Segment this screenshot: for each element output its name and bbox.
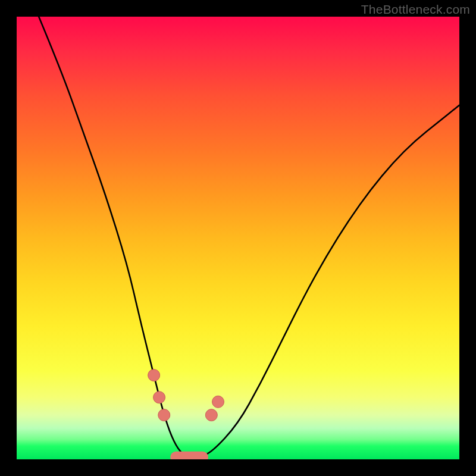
marker-group bbox=[148, 369, 224, 421]
curve-marker bbox=[148, 369, 160, 381]
chart-frame: TheBottleneck.com bbox=[0, 0, 476, 476]
plot-area bbox=[17, 17, 459, 459]
curve-marker bbox=[205, 409, 217, 421]
curve-marker bbox=[212, 396, 224, 408]
curve-marker bbox=[158, 409, 170, 421]
bottleneck-curve-path bbox=[39, 17, 459, 457]
chart-svg bbox=[17, 17, 459, 459]
watermark-text: TheBottleneck.com bbox=[361, 2, 470, 17]
curve-marker bbox=[154, 392, 165, 403]
